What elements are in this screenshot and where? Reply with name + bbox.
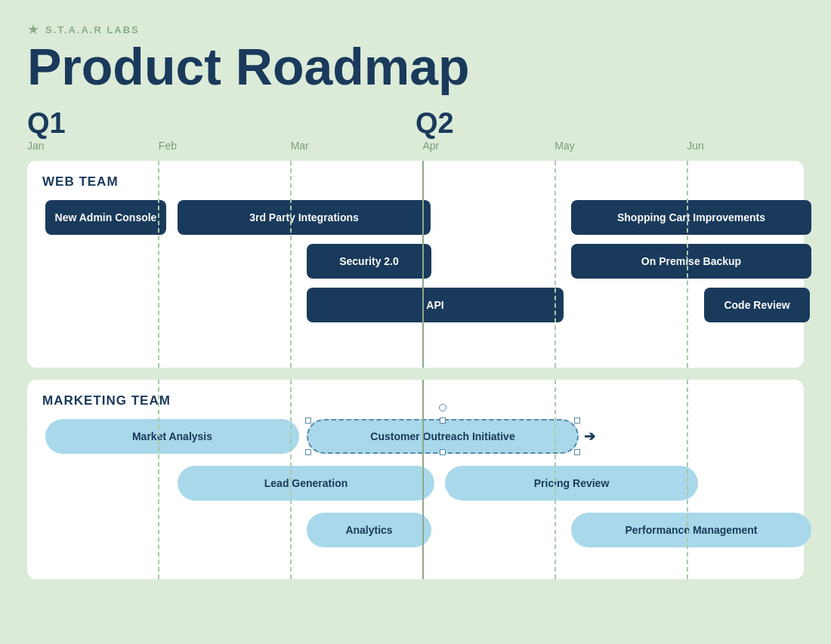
- task-market-analysis[interactable]: Market Analysis: [45, 419, 299, 454]
- month-feb: Feb: [159, 140, 291, 152]
- page-wrapper: ★ S.T.A.A.R LABS Product Roadmap Q1 Q2 J…: [0, 0, 831, 606]
- task-shopping-cart-improvements[interactable]: Shopping Cart Improvements: [571, 200, 811, 235]
- brand-name: S.T.A.A.R LABS: [45, 24, 140, 35]
- month-jun: Jun: [687, 140, 804, 152]
- month-mar: Mar: [291, 140, 423, 152]
- handle-top-right[interactable]: [574, 418, 580, 424]
- task-performance-management[interactable]: Performance Management: [571, 513, 811, 547]
- handle-bot-left[interactable]: [305, 449, 311, 455]
- q2-block: Q2: [416, 107, 804, 140]
- task-lead-generation[interactable]: Lead Generation: [178, 466, 434, 501]
- task-new-admin-console[interactable]: New Admin Console: [45, 200, 166, 235]
- q1-block: Q1: [27, 107, 416, 140]
- web-team-rows: New Admin Console 3rd Party Integrations…: [42, 200, 789, 351]
- web-team-section: WEB TEAM New Admin Console 3rd Party Int…: [27, 161, 804, 368]
- brand-icon: ★: [27, 21, 39, 38]
- marketing-team-section: MARKETING TEAM Market Analysis Customer …: [27, 380, 804, 579]
- handle-bot-mid[interactable]: [440, 449, 446, 455]
- month-may: May: [555, 140, 687, 152]
- quarters-row: Q1 Q2: [27, 107, 804, 140]
- web-team-title: WEB TEAM: [42, 174, 789, 190]
- marketing-team-rows: Market Analysis Customer Outreach Initia…: [42, 419, 789, 562]
- task-on-premise-backup[interactable]: On Premise Backup: [571, 244, 811, 279]
- task-customer-outreach[interactable]: Customer Outreach Initiative: [307, 419, 579, 454]
- q2-label: Q2: [416, 107, 804, 140]
- handle-top-left[interactable]: [305, 418, 311, 424]
- task-api[interactable]: API: [307, 288, 564, 322]
- handle-bot-right[interactable]: [574, 449, 580, 455]
- handle-top-mid[interactable]: [440, 418, 446, 424]
- brand-row: ★ S.T.A.A.R LABS: [27, 21, 804, 38]
- q1-label: Q1: [27, 107, 416, 140]
- task-3rd-party-integrations[interactable]: 3rd Party Integrations: [178, 200, 431, 235]
- marketing-team-title: MARKETING TEAM: [42, 393, 789, 408]
- task-pricing-review[interactable]: Pricing Review: [445, 466, 698, 501]
- page-title: Product Roadmap: [27, 41, 804, 92]
- months-row: Jan Feb Mar Apr May Jun: [27, 140, 804, 152]
- month-jan: Jan: [27, 140, 159, 152]
- task-analytics[interactable]: Analytics: [307, 513, 431, 547]
- handle-circle-top[interactable]: [439, 404, 446, 411]
- task-security-2[interactable]: Security 2.0: [307, 244, 431, 279]
- month-apr: Apr: [422, 140, 555, 152]
- task-code-review[interactable]: Code Review: [704, 288, 810, 322]
